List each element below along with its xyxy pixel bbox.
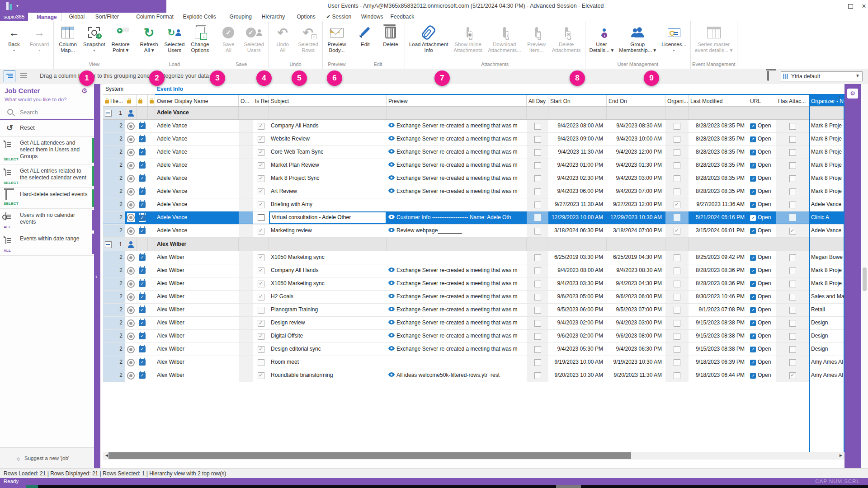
checkbox[interactable] [789, 359, 796, 366]
cell-i3[interactable] [148, 304, 155, 316]
open-link-icon[interactable]: ↗ [750, 189, 756, 195]
cell-is-recurring[interactable] [253, 172, 269, 185]
cell-last-modified[interactable]: 8/28/2023 08:35 PM [689, 146, 748, 159]
cell-url[interactable]: ↗Open [748, 198, 776, 211]
cell-is-recurring[interactable] [253, 264, 269, 277]
cell-url[interactable]: ↗Open [748, 356, 776, 369]
cell-start-on[interactable]: 9/5/2023 06:00 PM [548, 304, 607, 316]
cell-last-modified[interactable]: 9/1/2023 07:08 PM [689, 304, 748, 316]
collapse-group-icon[interactable] [105, 241, 112, 248]
cell-preview[interactable]: Exchange Server re-created a meeting tha… [387, 146, 527, 159]
cell-url[interactable]: ↗Open [748, 225, 776, 237]
cell-all-day[interactable] [527, 198, 548, 211]
cell-i3[interactable] [148, 330, 155, 343]
group-owner-name[interactable]: Adele Vance [155, 107, 239, 119]
hierarchy-level[interactable]: 2 [103, 304, 125, 316]
cell-is-recurring[interactable] [253, 251, 269, 264]
cell-end-on[interactable]: 9/4/2023 08:30 AM [607, 120, 665, 132]
cell-organizer-name[interactable]: Mark 8 Proje [809, 146, 844, 159]
cell-organizer-name[interactable]: Mark 8 Proje [809, 133, 844, 145]
cell-o[interactable] [239, 146, 253, 159]
cell-is-recurring[interactable] [253, 304, 269, 316]
cell-i1[interactable] [125, 146, 137, 159]
cell-last-modified[interactable]: 9/15/2023 08:38 PM [689, 330, 748, 343]
cell-i1[interactable] [125, 304, 137, 316]
cell-all-day[interactable] [527, 120, 548, 132]
cell-o[interactable] [239, 264, 253, 277]
cell-preview[interactable]: Exchange Server re-created a meeting tha… [387, 264, 527, 277]
cell-has-attachments[interactable] [776, 185, 809, 198]
cell-preview[interactable]: Exchange Server re-created a meeting tha… [387, 172, 527, 185]
cell-end-on[interactable]: 9/27/2023 12:00 PM [607, 198, 665, 211]
cell-end-on[interactable]: 9/6/2023 08:00 PM [607, 330, 665, 343]
checkbox[interactable] [674, 136, 680, 143]
cell-start-on[interactable]: 9/4/2023 01:00 PM [548, 159, 607, 172]
checkbox[interactable] [789, 320, 796, 327]
cell-preview[interactable]: Exchange Server re-created a meeting tha… [387, 291, 527, 303]
group-row-alex-wilber[interactable]: 1Alex Wilber [103, 238, 844, 251]
cell-subject[interactable]: Mark 8 Project Sync [269, 172, 387, 185]
checkbox[interactable] [258, 281, 264, 287]
tab-manage[interactable]: Manage [32, 13, 62, 21]
hierarchy-level[interactable]: 2 [103, 133, 125, 145]
open-link-icon[interactable]: ↗ [750, 268, 756, 274]
hierarchy-level[interactable]: 2 [103, 291, 125, 303]
checkbox[interactable] [258, 294, 264, 300]
cell-organizer-flag[interactable] [665, 251, 689, 264]
hierarchy-level[interactable]: 2 [103, 120, 125, 132]
event-row[interactable]: 2✓Alex WilberX1050 Marketing sync6/25/20… [103, 251, 844, 264]
event-row[interactable]: 2✓Alex WilberCompany All HandsExchange S… [103, 264, 844, 277]
cell-owner[interactable]: Adele Vance [155, 225, 239, 237]
checkbox[interactable] [258, 202, 264, 208]
reset-button[interactable]: ↺ Reset [0, 120, 94, 137]
cell-start-on[interactable]: 9/6/2023 02:00 PM [548, 330, 607, 343]
cell-has-attachments[interactable] [776, 146, 809, 159]
event-row[interactable]: 2✓Adele VanceCore Web Team SyncExchange … [103, 146, 844, 159]
cell-i2[interactable]: ✓ [137, 356, 148, 369]
cell-subject[interactable]: Art Review [269, 185, 387, 198]
checkbox[interactable] [674, 281, 680, 287]
checkbox[interactable] [674, 175, 680, 182]
tab-options[interactable]: Options [292, 13, 320, 21]
event-row[interactable]: 2✓Adele VanceBriefing with Amy9/27/2023 … [103, 198, 844, 211]
checkbox[interactable] [534, 359, 541, 366]
hierarchy-view-toggle[interactable] [4, 70, 15, 82]
cell-subject[interactable]: Design editorial sync [269, 343, 387, 356]
open-link-icon[interactable]: ↗ [750, 123, 756, 129]
cell-subject[interactable]: Room meet [269, 356, 387, 369]
event-row[interactable]: 2✓Alex WilberDesign editorial syncExchan… [103, 343, 844, 356]
cell-url[interactable]: ↗Open [748, 251, 776, 264]
cell-has-attachments[interactable] [776, 211, 809, 224]
cell-owner[interactable]: Adele Vance [155, 172, 239, 185]
event-row[interactable]: 2✓Alex WilberRoom meet9/19/2023 10:00 AM… [103, 356, 844, 369]
cell-i2[interactable]: ✓ [137, 225, 148, 237]
cell-i3[interactable] [148, 369, 155, 382]
cell-i1[interactable] [125, 277, 137, 290]
checkbox[interactable] [258, 359, 264, 366]
collapse-group-icon[interactable] [105, 110, 112, 117]
hierarchy-level[interactable]: 2 [103, 251, 125, 264]
cell-i1[interactable] [125, 198, 137, 211]
cell-organizer-name[interactable]: Mark 8 Proje [809, 185, 844, 198]
checkbox[interactable] [674, 228, 680, 235]
cell-organizer-flag[interactable] [665, 317, 689, 329]
cell-url[interactable]: ↗Open [748, 343, 776, 356]
checkbox[interactable] [789, 333, 796, 340]
cell-i1[interactable] [125, 291, 137, 303]
cell-i1[interactable] [125, 317, 137, 329]
job-item-1[interactable]: SELECTGet ALL attendees and select them … [0, 136, 94, 164]
cell-last-modified[interactable]: 8/28/2023 08:35 PM [689, 185, 748, 198]
event-row[interactable]: 2✓Alex WilberRoundtable brainstormingAll… [103, 369, 844, 382]
group-row-adele-vance[interactable]: 1Adele Vance [103, 106, 844, 120]
cell-is-recurring[interactable] [253, 185, 269, 198]
tab-feedback[interactable]: Feedback [386, 13, 419, 21]
checkbox[interactable] [534, 175, 541, 182]
cell-i3[interactable] [148, 120, 155, 132]
cell-has-attachments[interactable] [776, 317, 809, 329]
cell-all-day[interactable] [527, 225, 548, 237]
cell-preview[interactable]: Exchange Server re-created a meeting tha… [387, 120, 527, 132]
checkbox[interactable] [674, 267, 680, 274]
checkbox[interactable] [789, 372, 796, 379]
open-link-icon[interactable]: ↗ [750, 294, 756, 300]
checkbox[interactable] [789, 149, 796, 156]
